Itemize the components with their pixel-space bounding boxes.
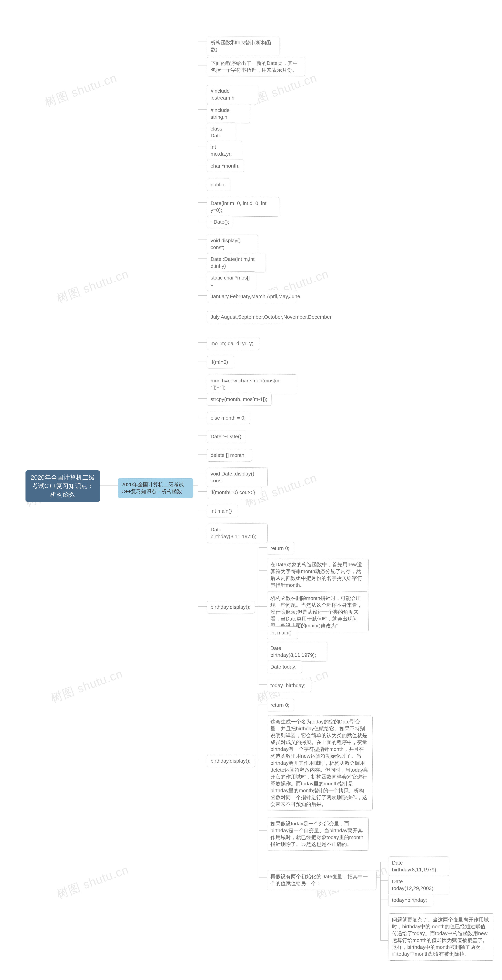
content-node[interactable]: if(m!=0) xyxy=(207,356,234,369)
node-text: void Date::display() const xyxy=(210,471,254,484)
content-node[interactable]: static char *mos[] = xyxy=(207,272,256,291)
node-text: return 0; xyxy=(271,702,289,708)
content-node[interactable]: Date::Date(int m,int d,int y) xyxy=(207,253,266,272)
node-text: Date birthday(8,11,1979); xyxy=(210,527,256,539)
content-node[interactable]: Date today; xyxy=(267,660,302,673)
node-text: 如果假设today是一个外部变量，而birthday是一个自变量。当birthd… xyxy=(271,821,363,847)
content-node[interactable]: #include iostream.h xyxy=(207,85,258,104)
content-node[interactable]: January,February,March,April,May,June, xyxy=(207,290,297,303)
content-node[interactable]: Date(int m=0, int d=0, int y=0); xyxy=(207,197,279,216)
content-node[interactable]: int main() xyxy=(207,505,238,517)
content-node[interactable]: int main() xyxy=(267,627,298,639)
node-text: int main() xyxy=(210,508,232,514)
node-text: void display() const; xyxy=(210,237,241,250)
node-text: class Date xyxy=(210,126,222,138)
content-node[interactable]: birthday.display(); xyxy=(207,601,255,614)
node-text: today=birthday; xyxy=(271,682,306,688)
node-text: mo=m; da=d; yr=y; xyxy=(210,340,253,346)
content-node[interactable]: 这会生成一个名为today的空的Date型变量，并且把birthday值赋给它。… xyxy=(267,715,373,811)
node-text: 问题就更复杂了。当这两个变量离开作用域时，birthday中的month的值已经… xyxy=(392,917,489,957)
content-node[interactable]: int mo,da,yr; xyxy=(207,141,242,160)
content-node[interactable]: delete [] month; xyxy=(207,449,252,461)
node-text: #include iostream.h xyxy=(210,88,234,101)
node-text: char *month; xyxy=(210,163,239,169)
content-node[interactable]: 析构函数和this指针(析构函数) xyxy=(207,36,279,56)
node-text: return 0; xyxy=(271,545,289,551)
node-text: delete [] month; xyxy=(210,452,246,458)
content-node[interactable]: void display() const; xyxy=(207,234,258,254)
content-node[interactable]: month=new char[strlen(mos[m-1])+1]; xyxy=(207,374,297,394)
node-text: 再假设有两个初始化的Date变量，把其中一个的值赋值给另一个： xyxy=(271,873,368,886)
node-text: int main() xyxy=(271,630,292,636)
node-text: if(month!=0) cout< } xyxy=(210,489,255,495)
node-text: Date::Date(int m,int d,int y) xyxy=(210,256,255,269)
content-node[interactable]: Date birthday(8,11,1979); xyxy=(267,642,327,662)
content-node[interactable]: return 0; xyxy=(267,699,294,711)
watermark: 树图 shutu.cn xyxy=(54,266,131,307)
content-node[interactable]: char *month; xyxy=(207,159,244,172)
content-node[interactable]: birthday.display(); xyxy=(207,755,255,767)
node-text: Date today; xyxy=(271,664,296,670)
node-text: else month = 0; xyxy=(210,415,246,421)
content-node[interactable]: July,August,September,October,November,D… xyxy=(207,311,284,323)
content-node[interactable]: 在Date对象的构造函数中，首先用new运算符为字符串month动态分配了内存，… xyxy=(267,558,369,592)
content-node[interactable]: today=birthday; xyxy=(267,679,312,692)
content-node[interactable]: ~Date(); xyxy=(207,216,233,228)
root-node[interactable]: 2020年全国计算机二级考试C++复习知识点：析构函数 xyxy=(25,470,100,502)
section-node[interactable]: 2020年全国计算机二级考试C++复习知识点：析构函数 xyxy=(118,478,193,498)
node-text: 析构函数和this指针(析构函数) xyxy=(210,40,271,52)
node-text: July,August,September,October,November,D… xyxy=(210,314,331,320)
content-node[interactable]: void Date::display() const xyxy=(207,468,268,487)
content-node[interactable]: today=birthday; xyxy=(388,894,433,907)
node-text: Date birthday(8,11,1979); xyxy=(392,860,438,873)
content-node[interactable]: return 0; xyxy=(267,542,294,555)
content-node[interactable]: class Date xyxy=(207,123,236,142)
content-node[interactable]: 再假设有两个初始化的Date变量，把其中一个的值赋值给另一个： xyxy=(267,870,376,890)
node-text: ~Date(); xyxy=(210,219,229,225)
node-text: static char *mos[] = xyxy=(210,275,250,288)
node-text: Date(int m=0, int d=0, int y=0); xyxy=(210,200,266,213)
node-text: public: xyxy=(210,182,225,188)
node-text: January,February,March,April,May,June, xyxy=(210,293,301,299)
content-node[interactable]: Date::~Date() xyxy=(207,430,246,443)
content-node[interactable]: Date today(12,29,2003); xyxy=(388,875,449,895)
node-text: if(m!=0) xyxy=(210,359,228,365)
content-node[interactable]: Date birthday(8,11,1979); xyxy=(207,523,268,543)
content-node[interactable]: strcpy(month, mos[m-1]); xyxy=(207,393,272,406)
root-label: 2020年全国计算机二级考试C++复习知识点：析构函数 xyxy=(29,473,96,499)
content-node[interactable]: if(month!=0) cout< } xyxy=(207,486,262,499)
watermark: 树图 shutu.cn xyxy=(49,666,125,706)
watermark: 树图 shutu.cn xyxy=(54,862,131,902)
content-node[interactable]: public: xyxy=(207,178,230,191)
node-text: 析构函数在删除month指针时，可能会出现一些问题。当然从这个程序本身来看，没什… xyxy=(271,595,362,628)
node-text: strcpy(month, mos[m-1]); xyxy=(210,396,267,402)
section-label: 2020年全国计算机二级考试C++复习知识点：析构函数 xyxy=(121,482,184,494)
node-text: 这会生成一个名为today的空的Date型变量，并且把birthday值赋给它。… xyxy=(271,719,368,807)
watermark: 树图 shutu.cn xyxy=(43,70,119,111)
content-node[interactable]: else month = 0; xyxy=(207,412,250,424)
node-text: 下面的程序给出了一新的Date类，其中包括一个字符串指针，用来表示月份。 xyxy=(210,60,298,73)
node-text: Date today(12,29,2003); xyxy=(392,878,435,891)
content-node[interactable]: 如果假设today是一个外部变量，而birthday是一个自变量。当birthd… xyxy=(267,817,369,851)
node-text: 在Date对象的构造函数中，首先用new运算符为字符串month动态分配了内存，… xyxy=(271,562,362,588)
content-node[interactable]: mo=m; da=d; yr=y; xyxy=(207,337,260,350)
node-text: Date::~Date() xyxy=(210,434,241,439)
node-text: month=new char[strlen(mos[m-1])+1]; xyxy=(210,378,281,390)
node-text: Date birthday(8,11,1979); xyxy=(271,645,316,658)
content-node[interactable]: Date birthday(8,11,1979); xyxy=(388,856,449,876)
node-text: today=birthday; xyxy=(392,897,427,903)
node-text: int mo,da,yr; xyxy=(210,144,232,157)
content-node[interactable]: #include string.h xyxy=(207,104,250,124)
node-text: birthday.display(); xyxy=(210,758,250,764)
content-node[interactable]: 下面的程序给出了一新的Date类，其中包括一个字符串指针，用来表示月份。 xyxy=(207,57,305,76)
node-text: #include string.h xyxy=(210,107,229,120)
content-node[interactable]: 问题就更复杂了。当这两个变量离开作用域时，birthday中的month的值已经… xyxy=(388,913,494,961)
content-node[interactable]: 析构函数在删除month指针时，可能会出现一些问题。当然从这个程序本身来看，没什… xyxy=(267,592,369,632)
node-text: birthday.display(); xyxy=(210,604,250,610)
